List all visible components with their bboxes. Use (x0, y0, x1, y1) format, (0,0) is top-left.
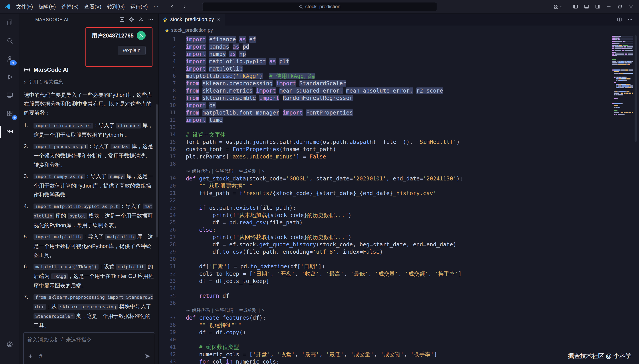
line-number[interactable]: 24 (159, 212, 176, 219)
line-number[interactable]: 41 (159, 343, 176, 351)
code-line[interactable]: 24 print(f"从本地加载{stock_code}的历史数据...") (159, 212, 606, 219)
code-line[interactable]: 7from sklearn.preprocessing import Stand… (159, 80, 606, 87)
code-line-text[interactable]: return df (186, 292, 229, 300)
split-editor-icon[interactable] (617, 17, 622, 22)
code-line[interactable]: 15font_path = os.path.join(os.path.dirna… (159, 138, 606, 146)
code-line-text[interactable]: from matplotlib.font_manager import Font… (186, 109, 353, 116)
code-line[interactable]: 5import matplotlib (159, 65, 606, 72)
activity-run-debug[interactable] (0, 68, 20, 86)
code-line[interactable]: 11from matplotlib.font_manager import Fo… (159, 109, 606, 116)
code-line[interactable]: 36 (159, 300, 606, 307)
toggle-sidebar-icon[interactable] (573, 4, 578, 9)
line-number[interactable]: 25 (159, 219, 176, 226)
line-number[interactable]: 7 (159, 80, 176, 87)
code-line[interactable]: 8from sklearn.metrics import mean_square… (159, 87, 606, 94)
code-line[interactable]: 6matplotlib.use('TkAgg') # 使用TkAgg后端 (159, 72, 606, 80)
code-line-text[interactable]: from sklearn.preprocessing import Standa… (186, 80, 346, 87)
line-number[interactable]: 2 (159, 43, 176, 50)
line-number[interactable]: 27 (159, 234, 176, 241)
code-line-text[interactable]: # 确保数值类型 (186, 343, 239, 351)
menu-item[interactable]: 运行(R) (128, 0, 151, 13)
breadcrumb[interactable]: stock_prediction.py (159, 26, 639, 35)
menu-item[interactable]: 编辑(E) (36, 0, 58, 13)
code-line[interactable]: 21 file_path = f'results/{stock_code}_{s… (159, 190, 606, 197)
code-line[interactable]: 10import os (159, 102, 606, 109)
code-line-text[interactable]: numeric_cols = ['开盘', '收盘', '最高', '最低', … (186, 351, 437, 358)
line-number[interactable]: 21 (159, 190, 176, 197)
code-line[interactable]: 25 df = pd.read_csv(file_path) (159, 219, 606, 226)
code-line-text[interactable]: import os (186, 102, 216, 109)
line-number[interactable]: 38 (159, 322, 176, 329)
code-line[interactable]: 18 (159, 160, 606, 168)
code-line-text[interactable]: import matplotlib (186, 65, 242, 72)
code-line[interactable]: 27 print(f"从网络获取{stock_code}的历史数据...") (159, 234, 606, 241)
profile-apps-menu[interactable] (554, 0, 563, 13)
code-line-text[interactable]: """获取股票数据""" (186, 182, 252, 190)
codelens-close-icon[interactable]: × (262, 307, 265, 314)
code-line-text[interactable]: file_path = f'results/{stock_code}_{star… (186, 190, 436, 197)
line-number[interactable]: 5 (159, 65, 176, 72)
code-line-text[interactable]: df = ef.stock.get_quote_history(stock_co… (186, 241, 456, 248)
code-line[interactable]: 41 # 确保数值类型 (159, 343, 606, 351)
line-number[interactable]: 40 (159, 336, 176, 343)
codelens-action[interactable]: 注释代码 (215, 168, 233, 175)
code-line-text[interactable]: import matplotlib.pyplot as plt (186, 58, 290, 65)
toggle-secondary-sidebar-icon[interactable] (595, 4, 600, 9)
codelens-action[interactable]: 注释代码 (215, 307, 233, 314)
tab-stock-prediction[interactable]: stock_prediction.py (159, 13, 225, 26)
user-command-chip[interactable]: /explain (118, 46, 146, 55)
code-line[interactable]: 20 """获取股票数据""" (159, 182, 606, 190)
codelens-row[interactable]: 解释代码|注释代码|生成单测|× (159, 168, 606, 175)
code-line-text[interactable]: for col in numeric_cols: (186, 358, 280, 364)
code-line[interactable]: 43 for col in numeric_cols: (159, 358, 606, 364)
line-number[interactable]: 28 (159, 241, 176, 248)
forward-arrow-icon[interactable] (182, 4, 187, 9)
code-line-text[interactable]: df = df.copy() (186, 329, 246, 336)
line-number[interactable]: 8 (159, 87, 176, 94)
code-line[interactable]: 31 df['日期'] = pd.to_datetime(df['日期']) (159, 263, 606, 270)
code-line[interactable]: 30 (159, 256, 606, 263)
code-line[interactable]: 2import pandas as pd (159, 43, 606, 50)
line-number[interactable]: 43 (159, 358, 176, 364)
line-number[interactable]: 26 (159, 226, 176, 234)
code-line[interactable]: 1import efinance as ef (159, 36, 606, 43)
tab-close-icon[interactable] (217, 18, 220, 22)
line-number[interactable]: 30 (159, 256, 176, 263)
code-line-text[interactable]: from sklearn.ensemble import RandomFores… (186, 94, 353, 102)
editor-more-icon[interactable] (628, 17, 633, 22)
code-line-text[interactable]: df['日期'] = pd.to_datetime(df['日期']) (186, 263, 325, 270)
code-line[interactable]: 22 (159, 197, 606, 204)
code-line[interactable]: 14# 设置中文字体 (159, 131, 606, 138)
code-line[interactable]: 13 (159, 124, 606, 131)
code-line-text[interactable]: df = df[cols_to_keep] (186, 278, 269, 285)
minimize-button[interactable] (606, 4, 612, 9)
code-line[interactable]: 38 """创建特征""" (159, 322, 606, 329)
line-number[interactable]: 13 (159, 124, 176, 131)
code-line[interactable]: 23 if os.path.exists(file_path): (159, 204, 606, 212)
code-line[interactable]: 17plt.rcParams['axes.unicode_minus'] = F… (159, 153, 606, 160)
code-line-text[interactable]: if os.path.exists(file_path): (186, 204, 296, 212)
line-number[interactable]: 3 (159, 50, 176, 58)
code-line-text[interactable]: import efinance as ef (186, 36, 256, 43)
menu-item[interactable]: 文件(F) (13, 0, 36, 13)
line-number[interactable]: 20 (159, 182, 176, 190)
new-chat-icon[interactable] (119, 17, 125, 22)
line-number[interactable]: 31 (159, 263, 176, 270)
editor-scrollbar[interactable] (634, 35, 637, 142)
activity-explorer[interactable] (0, 13, 20, 32)
line-number[interactable]: 29 (159, 248, 176, 256)
code-line-text[interactable]: df.to_csv(file_path, encoding='utf-8', i… (186, 248, 383, 256)
code-line-text[interactable]: font_path = os.path.join(os.path.dirname… (186, 138, 460, 146)
activity-marscode[interactable] (0, 122, 20, 141)
line-number[interactable]: 12 (159, 116, 176, 124)
activity-extensions[interactable] (0, 104, 20, 122)
code-line[interactable]: 35 return df (159, 292, 606, 300)
code-line[interactable]: 4import matplotlib.pyplot as plt (159, 58, 606, 65)
minimap[interactable] (612, 36, 633, 116)
code-line-text[interactable]: df = pd.read_csv(file_path) (186, 219, 303, 226)
code-line-text[interactable]: cols_to_keep = ['日期', '开盘', '收盘', '最高', … (186, 270, 462, 278)
line-number[interactable]: 18 (159, 160, 176, 168)
line-number[interactable]: 32 (159, 270, 176, 278)
code-line-text[interactable]: custom_font = FontProperties(fname=font_… (186, 146, 336, 153)
code-line-text[interactable]: """创建特征""" (186, 322, 242, 329)
